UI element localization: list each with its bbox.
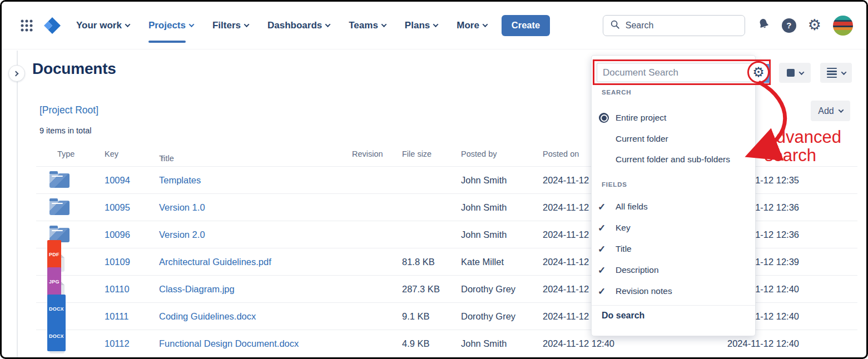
title-link[interactable]: Version 1.0 — [159, 194, 205, 221]
key-link[interactable]: 10109 — [105, 248, 130, 276]
user-avatar[interactable] — [833, 16, 853, 36]
panel-divider — [592, 305, 755, 306]
nav-item-projects[interactable]: Projects — [148, 20, 194, 31]
advanced-search-gear-button[interactable]: ⚙ — [747, 61, 770, 83]
key-link[interactable]: 10110 — [105, 276, 130, 303]
field-option-label: Key — [616, 223, 631, 233]
checkmark-icon: ✓ — [598, 222, 606, 234]
chevron-down-icon — [381, 22, 386, 27]
fields-section-label: FIELDS — [602, 181, 627, 188]
posted-by-value: John Smith — [461, 194, 507, 221]
column-header-posted-by[interactable]: Posted by — [461, 149, 497, 158]
nav-item-label: Filters — [212, 20, 241, 31]
nav-item-filters[interactable]: Filters — [212, 20, 249, 31]
field-option-label: Revision notes — [616, 286, 672, 296]
chevron-down-icon — [125, 22, 130, 27]
title-link[interactable]: Coding Guidelines.docx — [159, 303, 256, 330]
search-section-label: SEARCH — [602, 89, 631, 96]
global-search-box[interactable] — [603, 15, 745, 36]
field-option-key[interactable]: ✓ Key — [592, 221, 751, 235]
title-link[interactable]: Templates — [159, 167, 201, 194]
key-link[interactable]: 10096 — [105, 221, 130, 248]
help-icon[interactable]: ? — [782, 18, 796, 33]
type-cell — [49, 194, 70, 221]
nav-item-label: Teams — [349, 20, 378, 31]
sidebar-expand-button[interactable] — [8, 65, 25, 82]
title-link[interactable]: Functional Design Document.docx — [159, 330, 299, 357]
title-link[interactable]: Version 2.0 — [159, 221, 205, 248]
nav-item-dashboards[interactable]: Dashboards — [267, 20, 330, 31]
posted-by-value: John Smith — [461, 221, 507, 248]
page-title: Documents — [32, 60, 116, 78]
nav-item-plans[interactable]: Plans — [405, 20, 438, 31]
posted-by-value: John Smith — [461, 167, 507, 194]
list-lines-icon — [827, 68, 837, 78]
search-icon — [610, 19, 620, 32]
file-size-value: 9.1 KB — [402, 303, 430, 330]
field-option-description[interactable]: ✓ Description — [592, 263, 751, 277]
file-size-value: 287.3 KB — [402, 276, 440, 303]
notification-bell-icon[interactable] — [757, 18, 770, 33]
nav-item-more[interactable]: More — [457, 20, 487, 31]
key-link[interactable]: 10094 — [105, 167, 130, 194]
scope-option-label: Current folder — [616, 134, 668, 144]
nav-item-label: Dashboards — [267, 20, 322, 31]
title-link[interactable]: Class-Diagram.jpg — [159, 276, 235, 303]
create-button[interactable]: Create — [502, 15, 550, 36]
square-view-icon — [787, 69, 795, 77]
chevron-down-icon — [189, 22, 195, 27]
primary-nav-items: Your work Projects Filters Dashboards Te… — [76, 20, 487, 31]
list-view-button[interactable] — [820, 63, 852, 83]
key-link[interactable]: 10095 — [105, 194, 130, 221]
nav-item-label: Your work — [76, 20, 122, 31]
posted-by-value: Dorothy Grey — [461, 276, 515, 303]
field-option-label: Description — [616, 265, 659, 275]
nav-item-your-work[interactable]: Your work — [76, 20, 130, 31]
scope-option-current-folder-and-sub-folders[interactable]: Current folder and sub-folders — [592, 152, 751, 167]
chevron-down-icon — [841, 69, 846, 75]
jira-logo-icon[interactable] — [43, 16, 62, 35]
nav-item-label: Plans — [405, 20, 430, 31]
field-option-all-fields[interactable]: ✓ All fields — [592, 200, 751, 214]
nav-item-label: More — [457, 20, 479, 31]
key-link[interactable]: 10112 — [105, 330, 130, 357]
top-navigation-bar: Your work Projects Filters Dashboards Te… — [2, 2, 866, 49]
scope-option-entire-project[interactable]: Entire project — [592, 111, 751, 125]
scope-option-label: Entire project — [616, 113, 666, 123]
folder-icon — [49, 201, 70, 215]
checkmark-icon: ✓ — [598, 286, 606, 297]
add-button[interactable]: Add — [811, 101, 850, 121]
chevron-down-icon — [325, 22, 331, 27]
nav-item-teams[interactable]: Teams — [349, 20, 386, 31]
column-header-key[interactable]: Key — [105, 149, 118, 158]
field-option-revision-notes[interactable]: ✓ Revision notes — [592, 284, 751, 298]
chevron-down-icon — [838, 107, 844, 113]
document-search-input[interactable] — [597, 63, 755, 82]
app-switcher-icon[interactable] — [17, 16, 36, 35]
chevron-down-icon — [244, 22, 250, 27]
column-header-type[interactable]: Type — [57, 149, 75, 158]
column-header-file-size[interactable]: File size — [402, 149, 431, 158]
scope-option-current-folder[interactable]: Current folder — [592, 132, 751, 146]
sort-ascending-icon: ↑ — [161, 154, 165, 163]
display-style-button[interactable] — [779, 63, 811, 83]
breadcrumb-project-root[interactable]: [Project Root] — [39, 104, 98, 116]
nav-item-label: Projects — [148, 20, 186, 31]
checkmark-icon: ✓ — [598, 265, 606, 276]
settings-gear-icon[interactable]: ⚙ — [808, 18, 821, 33]
column-header-revision[interactable]: Revision — [352, 149, 383, 158]
field-option-label: Title — [616, 244, 632, 254]
key-link[interactable]: 10111 — [105, 303, 128, 330]
title-link[interactable]: Architectural Guidelines.pdf — [159, 248, 271, 276]
global-search-input[interactable] — [626, 21, 738, 31]
do-search-button[interactable]: Do search — [602, 311, 644, 321]
chevron-down-icon — [798, 69, 804, 75]
radio-selected-icon — [599, 113, 609, 123]
field-option-title[interactable]: ✓ Title — [592, 242, 751, 256]
scope-option-label: Current folder and sub-folders — [616, 154, 730, 164]
document-search-dropdown: SEARCH Entire project Current folder Cur… — [591, 55, 756, 336]
annotation-line-1: Advanced — [765, 128, 841, 146]
type-cell — [49, 167, 70, 194]
chevron-right-icon — [13, 71, 19, 76]
column-header-posted-on[interactable]: Posted on — [543, 149, 579, 158]
